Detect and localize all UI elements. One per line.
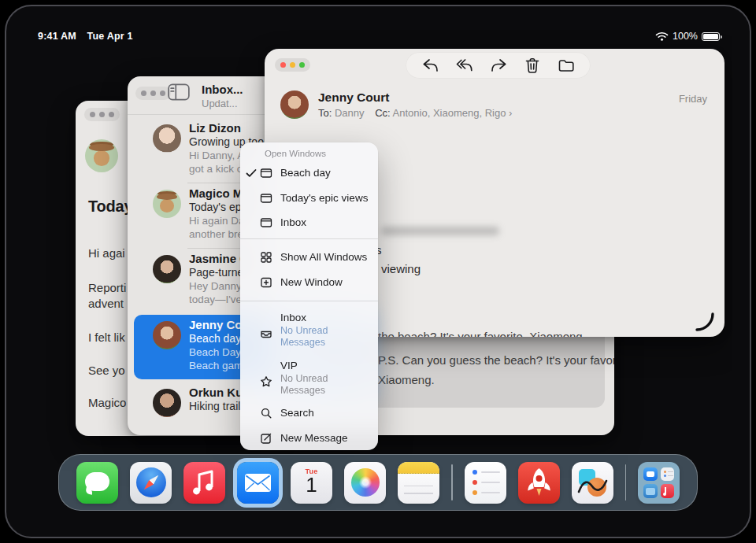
wifi-icon (655, 31, 669, 41)
rocket-icon (518, 462, 560, 504)
body-line: I felt lik (88, 331, 125, 344)
sidebar-toggle-icon[interactable] (167, 82, 191, 102)
menu-item-search[interactable]: Search (240, 404, 378, 424)
body-line: advent (88, 297, 124, 310)
dock-app-library[interactable] (638, 462, 680, 504)
avatar (85, 139, 118, 172)
inbox-tray-icon (260, 327, 272, 340)
dock-app-safari[interactable] (130, 462, 172, 504)
folder-button[interactable] (557, 56, 576, 75)
menu-item-inbox-window[interactable]: Inbox (240, 213, 378, 234)
menu-item-todays-epic-views[interactable]: Today's epic views (240, 189, 378, 209)
photos-flower-icon (351, 468, 380, 497)
dock-app-photos[interactable] (344, 462, 386, 504)
dock: Tue 1 (58, 454, 698, 511)
dock-app-calendar[interactable]: Tue 1 (291, 462, 332, 504)
body-fragment: viewing (381, 262, 421, 275)
mini-list-icon (661, 467, 675, 482)
menu-header: Open Windows (265, 149, 326, 158)
window-controls[interactable] (84, 108, 120, 121)
sender-name: Jenny Court (318, 90, 389, 105)
ipad-screenshot: 9:41 AM Tue Apr 1 100% (0, 0, 756, 543)
recipients-line[interactable]: To: Danny Cc: Antonio, Xiaomeng, Rigo › (318, 107, 512, 119)
dock-app-mail-active[interactable] (237, 462, 279, 504)
envelope-icon (237, 462, 279, 504)
compose-icon (260, 432, 272, 445)
menu-item-vip[interactable]: VIP No Unread Messages (240, 356, 378, 401)
message-ps-line: P.S. Can you guess the beach? It's your … (378, 353, 614, 367)
window-resize-handle[interactable] (695, 312, 720, 337)
dock-app-messages[interactable] (76, 462, 118, 504)
new-window-icon (260, 276, 272, 289)
reply-all-button[interactable] (455, 56, 474, 75)
divider (240, 301, 378, 301)
app-library-grid (643, 467, 674, 498)
sender-name: Liz Dizon (189, 121, 241, 135)
open-windows-menu: Open Windows Beach day Today's epic view… (240, 142, 378, 450)
menu-item-new-window[interactable]: New Window (240, 273, 378, 294)
status-bar: 9:41 AM Tue Apr 1 100% (24, 24, 732, 46)
window-icon (260, 216, 272, 229)
music-note-icon (183, 462, 225, 504)
mailbox-title: Inbox... (202, 83, 243, 96)
blurred-text (381, 227, 499, 235)
body-line: See yo (88, 364, 125, 377)
avatar (153, 255, 181, 283)
subject: Page-turner (189, 266, 247, 279)
status-time: 9:41 AM (38, 31, 76, 42)
divider (240, 238, 378, 239)
avatar (280, 90, 309, 119)
message-toolbar (406, 53, 590, 78)
dock-app-rocket[interactable] (518, 462, 560, 504)
body-line: Hi agai (88, 246, 125, 260)
battery-icon (702, 32, 720, 41)
trash-button[interactable] (523, 56, 542, 75)
avatar (153, 321, 181, 349)
checkmark-icon (245, 167, 258, 179)
window-controls[interactable] (275, 58, 310, 72)
dock-divider (451, 464, 453, 501)
message-date: Friday (679, 93, 707, 105)
status-date: Tue Apr 1 (87, 31, 133, 42)
mailbox-subtitle: Updat... (202, 98, 238, 109)
preview: Hey Danny, (189, 280, 244, 292)
calendar-day: 1 (291, 475, 332, 495)
menu-item-beach-day[interactable]: Beach day (240, 164, 378, 184)
clipped-body-line: the beach? It's your favorite, Xiaomeng (378, 330, 583, 337)
forward-button[interactable] (489, 56, 508, 75)
preview: today—I've (189, 294, 242, 305)
avatar (153, 190, 181, 218)
body-line: Reporti (88, 281, 126, 294)
note-lines (404, 479, 433, 498)
ipad-bezel: 9:41 AM Tue Apr 1 100% (5, 5, 751, 538)
menu-item-inbox[interactable]: Inbox No Unread Messages (240, 308, 378, 353)
grid-icon (260, 251, 272, 264)
avatar (153, 124, 181, 153)
mini-mail-icon (643, 467, 658, 482)
menu-item-show-all-windows[interactable]: Show All Windows (240, 248, 378, 268)
dock-app-freeform[interactable] (572, 462, 613, 504)
mini-music-icon (661, 484, 675, 498)
star-icon (260, 375, 272, 388)
reply-button[interactable] (421, 56, 440, 75)
menu-item-new-message[interactable]: New Message (240, 429, 378, 449)
mini-folder-icon (643, 484, 658, 498)
avatar (153, 389, 181, 417)
battery-percent: 100% (673, 31, 698, 42)
dock-divider (625, 464, 627, 501)
dock-app-music[interactable] (183, 462, 225, 504)
screen: 9:41 AM Tue Apr 1 100% (24, 24, 732, 519)
message-ps-line: Xiaomeng. (378, 373, 435, 386)
subject: Beach day (189, 332, 241, 345)
magnifier-icon (260, 407, 272, 419)
window-icon (260, 167, 272, 179)
dock-app-reminders[interactable] (465, 462, 506, 504)
window-icon (260, 192, 272, 205)
squiggle-icon (572, 462, 613, 504)
window-controls[interactable] (135, 87, 171, 100)
subject: Hiking trail (189, 400, 240, 412)
body-line: Magico (88, 396, 126, 409)
dock-app-notes[interactable] (398, 462, 439, 504)
message-heading: Today (88, 198, 132, 216)
